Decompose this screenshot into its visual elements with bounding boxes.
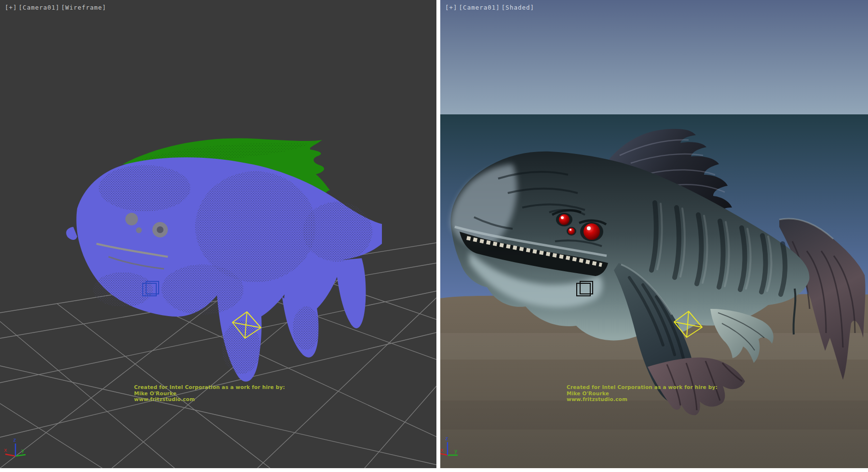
credit-line-1: Created for Intel Corporation as a work … xyxy=(567,384,718,390)
axis-z-label: z xyxy=(13,437,16,443)
credit-line-2: Mike O'Rourke xyxy=(134,390,285,397)
credit-line-2: Mike O'Rourke xyxy=(567,390,718,397)
viewport-label-right: [+] [Camera01] [Shaded] xyxy=(445,4,534,11)
credit-line-3: www.fritzstudio.com xyxy=(567,396,718,403)
axis-x-label: x xyxy=(4,447,7,453)
sky-upper xyxy=(440,0,868,115)
viewport-splitter[interactable] xyxy=(436,0,440,468)
creature-wireframe[interactable] xyxy=(66,138,382,381)
ground-dark-band xyxy=(440,401,868,430)
viewport-menu-pov[interactable]: [Camera01] xyxy=(19,4,60,11)
axis-z-label: z xyxy=(445,435,448,442)
credit-line-3: www.fritzstudio.com xyxy=(134,396,285,403)
viewport-shaded[interactable]: x y z [+] [Camera01] [Shaded] Created fo… xyxy=(440,0,868,468)
viewport-menu-shading[interactable]: [Wireframe] xyxy=(61,4,107,11)
axis-y-label: y xyxy=(21,447,25,454)
viewport-menu-shading[interactable]: [Shaded] xyxy=(502,4,534,11)
axis-y-label: y xyxy=(454,448,458,454)
credit-annotation-right: Created for Intel Corporation as a work … xyxy=(567,384,718,403)
dual-viewport-stage: x y z [+] [Camera01] [Wireframe] Created… xyxy=(0,0,868,472)
viewport-menu-general[interactable]: [+] xyxy=(5,4,17,11)
viewport-wireframe[interactable]: x y z [+] [Camera01] [Wireframe] Created… xyxy=(0,0,436,468)
axis-x-label: x xyxy=(440,447,444,453)
credit-line-1: Created for Intel Corporation as a work … xyxy=(134,384,285,390)
viewport-menu-general[interactable]: [+] xyxy=(445,4,458,11)
viewport-label-left: [+] [Camera01] [Wireframe] xyxy=(5,4,107,11)
window-bottom-edge xyxy=(0,468,868,472)
credit-annotation-left: Created for Intel Corporation as a work … xyxy=(134,384,285,403)
world-axis-gizmo: x y z xyxy=(4,437,26,456)
viewport-menu-pov[interactable]: [Camera01] xyxy=(459,4,500,11)
